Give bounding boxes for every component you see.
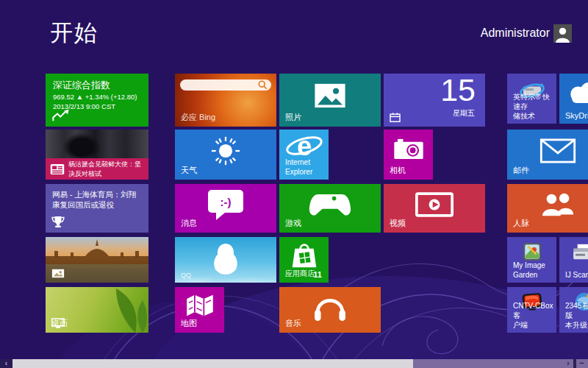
tile-music[interactable]: 音乐 — [279, 287, 381, 333]
scrollbar-separator — [573, 359, 576, 368]
envelope-icon — [539, 138, 576, 163]
video-icon — [415, 192, 453, 217]
start-screen: 开始 Administrator 深证综合指数 969.52 ▲ +1.34% … — [0, 0, 588, 368]
svg-text:e: e — [296, 131, 311, 161]
tile-label: My Image Garden — [513, 261, 545, 280]
tile-photos[interactable]: 照片 — [279, 74, 381, 127]
user-avatar[interactable] — [553, 24, 572, 43]
tile-2345-viewer[interactable]: 2345看图王版 本升级 — [559, 287, 588, 333]
tile-my-image-garden[interactable]: My Image Garden — [507, 237, 556, 283]
tile-photo-live[interactable] — [46, 237, 148, 283]
picture-icon — [51, 269, 65, 278]
tile-internet-explorer[interactable]: e Internet Explorer — [279, 130, 329, 180]
tile-mail[interactable]: 邮件 — [507, 130, 588, 180]
headphones-icon — [313, 291, 347, 322]
page-title: 开始 — [50, 18, 98, 49]
tile-label: 音乐 — [285, 318, 301, 329]
tile-label: 消息 — [181, 218, 197, 229]
scrollbar-thumb[interactable] — [12, 359, 413, 368]
trophy-icon — [51, 216, 65, 228]
stock-quote: 969.52 ▲ +1.34% (+12.80) — [53, 93, 137, 101]
tile-store[interactable]: 应用商店 11 — [279, 237, 329, 283]
photos-icon — [314, 83, 346, 108]
tile-netease-news[interactable]: 网易 - 上海体育局：刘翔康复回国后或退役 — [46, 184, 148, 233]
tile-label: SkyDrive — [565, 111, 588, 120]
semantic-zoom-out-button[interactable]: − — [577, 359, 587, 368]
calendar-day: 15 — [440, 74, 476, 108]
tile-label: 应用商店 — [285, 269, 315, 279]
qq-penguin-icon — [212, 242, 240, 276]
user-name[interactable]: Administrator — [481, 26, 550, 40]
tile-weather[interactable]: 天气 — [175, 130, 276, 180]
tile-cntv-cbox[interactable]: CNTV-CBox 客 户端 — [507, 287, 556, 333]
tile-skydrive[interactable]: SkyDrive — [559, 74, 588, 124]
tile-label: 地图 — [181, 318, 197, 329]
tile-label: 英特尔® 快速存 储技术 — [513, 92, 556, 121]
tile-stock-index[interactable]: 深证综合指数 969.52 ▲ +1.34% (+12.80) 2013/2/1… — [46, 74, 148, 127]
tile-label: 视频 — [390, 218, 406, 229]
tile-label: 邮件 — [513, 165, 529, 176]
scroll-left-button[interactable]: ‹ — [0, 359, 12, 368]
news-headline: 杨洁篪会见朝鲜大使：坚决反对核试 — [68, 160, 148, 177]
tile-people[interactable]: 人脉 — [507, 184, 588, 233]
chat-bubble-icon: :-) — [207, 188, 245, 221]
stock-title: 深证综合指数 — [53, 79, 110, 92]
cloud-icon — [566, 82, 588, 104]
tile-label: 照片 — [285, 112, 301, 123]
tile-label: CNTV-CBox 客 户端 — [513, 301, 556, 330]
tile-label: 桌面 — [51, 318, 68, 329]
news-photo — [46, 130, 148, 158]
tile-intel-rapid-storage[interactable]: 英特尔® 快速存 储技术 — [507, 74, 556, 124]
tile-label: 必应 Bing — [181, 112, 215, 123]
tile-news[interactable]: 杨洁篪会见朝鲜大使：坚决反对核试 — [46, 130, 148, 180]
my-image-garden-icon — [523, 242, 542, 261]
calendar-icon — [390, 113, 401, 122]
search-icon — [258, 80, 268, 90]
sun-icon — [210, 135, 241, 166]
game-controller-icon — [308, 191, 352, 219]
tile-label: 相机 — [390, 165, 406, 176]
scanner-icon — [572, 243, 588, 262]
horizontal-scrollbar[interactable]: ‹ › − — [0, 359, 588, 368]
tile-label: Internet Explorer — [285, 158, 323, 177]
tile-qq[interactable]: QQ — [175, 237, 276, 283]
netease-headline: 网易 - 上海体育局：刘翔康复回国后或退役 — [52, 189, 143, 210]
store-bag-icon — [290, 241, 319, 269]
tile-label: 人脉 — [513, 218, 529, 229]
tile-label: 游戏 — [285, 218, 301, 229]
news-banner: 杨洁篪会见朝鲜大使：坚决反对核试 — [46, 158, 148, 180]
newspaper-icon — [50, 163, 65, 175]
store-badge-count: 11 — [313, 270, 322, 279]
tile-video[interactable]: 视频 — [384, 184, 485, 233]
tile-label: 天气 — [181, 165, 197, 176]
tile-ij-scan-utility[interactable]: IJ Scan Utility — [559, 237, 588, 283]
map-icon — [185, 294, 215, 317]
tile-desktop[interactable]: 桌面 — [46, 287, 148, 333]
line-chart-icon — [51, 109, 71, 122]
tile-games[interactable]: 游戏 — [279, 184, 381, 233]
svg-text::-): :-) — [220, 196, 232, 208]
tile-camera[interactable]: 相机 — [384, 130, 433, 180]
bing-search-bar[interactable] — [180, 79, 271, 91]
scroll-right-button[interactable]: › — [564, 359, 573, 368]
camera-icon — [393, 138, 424, 160]
tile-maps[interactable]: 地图 — [175, 287, 224, 333]
tile-label: QQ — [181, 272, 191, 279]
tile-label: 2345看图王版 本升级 — [565, 301, 588, 330]
people-icon — [541, 193, 575, 216]
tile-calendar[interactable]: 15 星期五 — [384, 74, 485, 127]
tile-bing[interactable]: 必应 Bing — [175, 74, 276, 127]
tile-messaging[interactable]: :-) 消息 — [175, 184, 276, 233]
calendar-weekday: 星期五 — [453, 108, 475, 118]
tile-label: IJ Scan Utility — [565, 271, 588, 279]
